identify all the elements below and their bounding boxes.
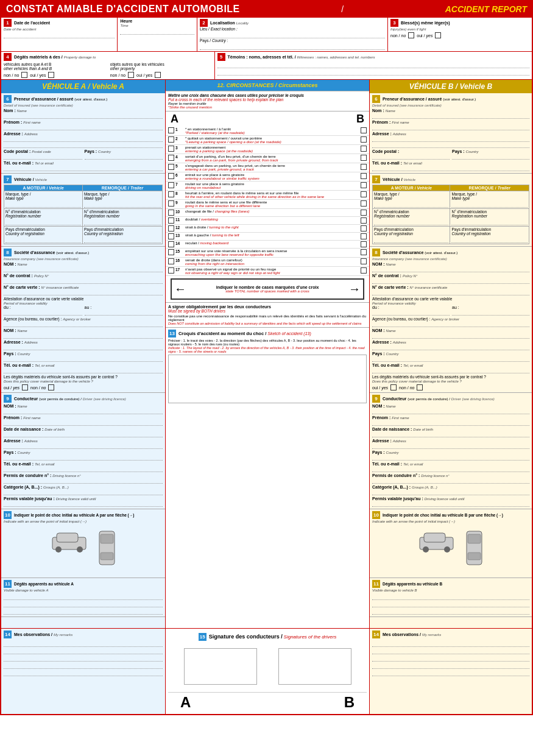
s8r-agtel-input[interactable]: [372, 369, 529, 373]
circ-cb-a-11[interactable]: [168, 217, 174, 224]
circ-cb-a-14[interactable]: [168, 241, 174, 247]
s8r-au-input[interactable]: [452, 311, 529, 316]
s8-agadresse-input[interactable]: [4, 345, 163, 350]
obs-b-line3[interactable]: [372, 655, 529, 662]
obs-b-line2[interactable]: [372, 648, 529, 654]
s8r-agence-input[interactable]: [372, 322, 529, 327]
vtable-r-marque-input[interactable]: [374, 202, 448, 208]
circ-cb-a-12[interactable]: [168, 225, 174, 231]
blesse-oui-cb[interactable]: [435, 32, 441, 38]
s6r-tel-input[interactable]: [372, 166, 529, 171]
s8-agence-input[interactable]: [4, 322, 163, 327]
s8r-agadresse-input[interactable]: [372, 345, 529, 350]
s8r-non-cb[interactable]: [417, 384, 423, 390]
s11r-line3[interactable]: [372, 609, 529, 615]
obs-b-line1[interactable]: [372, 641, 529, 647]
s9r-nom-input[interactable]: [372, 409, 529, 414]
s9-tel-input[interactable]: [4, 467, 163, 472]
circ-cb-a-1[interactable]: [168, 127, 174, 133]
s11-line2[interactable]: [4, 601, 163, 607]
temoins-line1[interactable]: [217, 62, 529, 68]
circ-cb-b-16[interactable]: [361, 258, 367, 264]
heure-input-line[interactable]: [120, 29, 194, 35]
s6-tel-input[interactable]: [4, 166, 163, 171]
vtable-r-marque-input-r[interactable]: [451, 202, 528, 208]
obs-a-line4[interactable]: [4, 663, 163, 669]
obs-a-line3[interactable]: [4, 655, 163, 662]
circ-cb-a-17[interactable]: [168, 267, 174, 274]
s9r-datenais-input[interactable]: [372, 433, 529, 437]
s8-nom-input[interactable]: [4, 267, 163, 272]
vtable-r-immat2-input[interactable]: [451, 219, 528, 225]
circ-cb-b-10[interactable]: [361, 210, 367, 216]
s9-adresse-input[interactable]: [4, 444, 163, 449]
s8-agnom-input[interactable]: [4, 334, 163, 339]
s11-line3[interactable]: [4, 609, 163, 615]
s8-agpays-input[interactable]: [4, 357, 163, 362]
s9-prenom-input[interactable]: [4, 421, 163, 426]
vtable-immat1-input[interactable]: [5, 219, 81, 225]
degats-oui-cb[interactable]: [48, 72, 54, 78]
circ-cb-a-4[interactable]: [168, 155, 174, 161]
circ-cb-a-9[interactable]: [168, 200, 174, 207]
s8r-nom-input[interactable]: [372, 267, 529, 272]
s8r-contrat-input[interactable]: [372, 279, 529, 284]
vtable-paysimmat2-input[interactable]: [84, 237, 161, 243]
obs-b-line5[interactable]: [372, 670, 529, 676]
circ-cb-b-4[interactable]: [361, 155, 367, 161]
circ-cb-b-12[interactable]: [361, 225, 367, 231]
s9r-cat-input[interactable]: [372, 490, 529, 495]
vtable-r-paysimmat2-input[interactable]: [451, 237, 528, 243]
s6-pays-input[interactable]: [85, 155, 163, 160]
obs-b-line4[interactable]: [372, 663, 529, 669]
circ-cb-b-13[interactable]: [361, 233, 367, 239]
circ-cb-a-3[interactable]: [168, 146, 174, 152]
s6r-adresse-input2[interactable]: [372, 143, 529, 148]
sig-box-a[interactable]: [184, 648, 257, 685]
s6r-prenom-input[interactable]: [372, 125, 529, 130]
s9r-adresse-input[interactable]: [372, 444, 529, 449]
circ-cb-a-5[interactable]: [168, 164, 174, 170]
lieu-input-line[interactable]: [200, 32, 385, 38]
date-input-line[interactable]: [4, 32, 115, 38]
temoins-line2[interactable]: [217, 69, 529, 76]
s6r-adresse-input[interactable]: [372, 137, 529, 142]
s9-pays-input[interactable]: [4, 456, 163, 461]
circ-cb-b-6[interactable]: [361, 173, 367, 179]
s6-nom-input[interactable]: [4, 114, 163, 119]
circ-cb-b-9[interactable]: [361, 200, 367, 207]
degats2-oui-cb[interactable]: [155, 72, 161, 78]
obs-a-line1[interactable]: [4, 641, 163, 647]
circ-cb-b-8[interactable]: [361, 191, 367, 197]
circ-cb-a-2[interactable]: [168, 136, 174, 143]
s8r-agnom-input[interactable]: [372, 334, 529, 339]
blesse-non-cb[interactable]: [408, 32, 414, 38]
circ-cb-b-7[interactable]: [361, 182, 367, 188]
s9r-prenom-input[interactable]: [372, 421, 529, 426]
s9r-permis-input[interactable]: [372, 479, 529, 484]
circ-cb-b-15[interactable]: [361, 249, 367, 255]
pays-input-line[interactable]: [200, 44, 385, 50]
s8-du-input[interactable]: [4, 311, 82, 316]
s11r-line2[interactable]: [372, 601, 529, 607]
s8-non-cb[interactable]: [48, 384, 54, 390]
s8-agtel-input[interactable]: [4, 369, 163, 373]
sig-box-b[interactable]: [278, 648, 351, 685]
degats2-non-cb[interactable]: [128, 72, 134, 78]
s9-datenais-input[interactable]: [4, 433, 163, 437]
circ-cb-a-8[interactable]: [168, 191, 174, 197]
circ-cb-a-15[interactable]: [168, 249, 174, 255]
circ-cb-a-13[interactable]: [168, 233, 174, 239]
circ-cb-b-14[interactable]: [361, 241, 367, 247]
vtable-immat2-input[interactable]: [84, 219, 161, 225]
s8r-du-input[interactable]: [372, 311, 450, 316]
s6-adresse-input2[interactable]: [4, 143, 163, 148]
circ-cb-b-2[interactable]: [361, 136, 367, 143]
vtable-r-paysimmat1-input[interactable]: [374, 237, 448, 243]
vtable-paysimmat1-input[interactable]: [5, 237, 81, 243]
s9-valide-input[interactable]: [4, 502, 163, 507]
s8-au-input[interactable]: [85, 311, 163, 316]
circ-cb-b-17[interactable]: [361, 267, 367, 274]
s6-cp-input[interactable]: [4, 155, 82, 160]
s9-cat-input[interactable]: [4, 490, 163, 495]
